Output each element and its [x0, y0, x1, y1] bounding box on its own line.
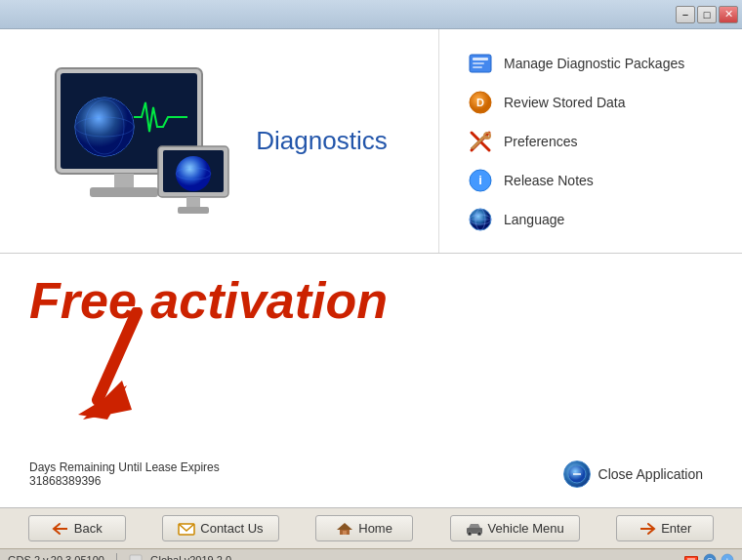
close-app-icon [563, 460, 591, 488]
lease-label: Days Remaining Until Lease Expires [29, 460, 220, 474]
svg-rect-17 [473, 66, 482, 68]
restore-button[interactable]: □ [697, 6, 717, 23]
svg-text:D: D [476, 97, 484, 108]
menu-item-preferences[interactable]: Preferences [459, 122, 722, 161]
menu-label-review-data: Review Stored Data [504, 95, 626, 110]
monitor-graphic [51, 63, 236, 220]
back-button[interactable]: Back [28, 515, 126, 541]
window: − □ ✕ [0, 0, 742, 560]
status-separator [116, 553, 117, 561]
close-application-button[interactable]: Close Application [563, 460, 703, 488]
svg-marker-36 [337, 523, 352, 530]
center-section: Free activation Days Remaining Until Lea… [0, 254, 742, 507]
svg-rect-43 [130, 555, 142, 561]
status-icons: Q i [683, 553, 734, 561]
lang-icon [467, 206, 494, 233]
menu-label-manage-packages: Manage Diagnostic Packages [504, 56, 684, 71]
contact-button-label: Contact Us [200, 521, 263, 536]
version-text: GDS 2 v.20.3.05100 [8, 554, 104, 561]
status-icon-1 [683, 553, 699, 561]
global-text: Global v2019.2.0 [150, 554, 231, 561]
svg-text:Q: Q [707, 556, 713, 561]
menu-item-release-notes[interactable]: i Release Notes [459, 161, 722, 200]
status-icon [129, 554, 143, 561]
title-bar-buttons: − □ ✕ [676, 6, 738, 23]
enter-icon [639, 522, 656, 536]
status-icon-3: i [721, 553, 734, 561]
enter-button-label: Enter [661, 521, 691, 536]
svg-rect-15 [473, 58, 488, 60]
status-bar: GDS 2 v.20.3.05100 Global v2019.2.0 Q i [0, 548, 742, 560]
arrow-graphic [78, 307, 195, 438]
status-icon-2: Q [703, 553, 717, 561]
svg-point-10 [176, 156, 211, 191]
svg-rect-13 [178, 207, 209, 214]
data-icon: D [467, 89, 494, 116]
menu-item-manage-packages[interactable]: Manage Diagnostic Packages [459, 44, 722, 83]
vehicle-button-label: Vehicle Menu [488, 521, 564, 536]
svg-rect-12 [186, 197, 200, 207]
main-content: Diagnostics Manage Diagnostic Packages [0, 29, 742, 507]
package-icon [467, 50, 494, 77]
lease-info: Days Remaining Until Lease Expires 31868… [29, 460, 220, 488]
contact-icon [178, 522, 195, 536]
monitor-svg [51, 63, 236, 220]
right-panel: Manage Diagnostic Packages [439, 29, 742, 253]
svg-rect-38 [343, 531, 347, 535]
diag-container: Diagnostics [51, 63, 387, 220]
lease-number: 31868389396 [29, 474, 220, 488]
svg-point-41 [477, 532, 481, 536]
svg-text:i: i [478, 173, 482, 187]
menu-label-language: Language [504, 212, 564, 227]
back-button-label: Back [74, 521, 103, 536]
home-button[interactable]: Home [315, 515, 413, 541]
menu-item-review-data[interactable]: D Review Stored Data [459, 83, 722, 122]
vehicle-icon [466, 522, 483, 536]
menu-label-preferences: Preferences [504, 134, 577, 149]
toolbar: Back Contact Us Home [0, 507, 742, 548]
back-icon [52, 522, 69, 536]
notes-icon: i [467, 167, 494, 194]
prefs-icon [467, 128, 494, 155]
title-bar: − □ ✕ [0, 0, 742, 29]
menu-label-release-notes: Release Notes [504, 173, 594, 188]
contact-button[interactable]: Contact Us [162, 515, 278, 541]
svg-rect-16 [473, 62, 484, 64]
svg-point-40 [468, 532, 472, 536]
vehicle-button[interactable]: Vehicle Menu [450, 515, 580, 541]
svg-point-3 [75, 98, 134, 156]
svg-rect-7 [90, 187, 158, 197]
home-icon [336, 522, 353, 536]
top-section: Diagnostics Manage Diagnostic Packages [0, 29, 742, 254]
svg-rect-6 [114, 174, 134, 187]
home-button-label: Home [358, 521, 392, 536]
diagnostics-title: Diagnostics [256, 126, 387, 156]
close-app-label: Close Application [598, 466, 703, 482]
enter-button[interactable]: Enter [616, 515, 714, 541]
close-button[interactable]: ✕ [719, 6, 738, 23]
minimize-button[interactable]: − [676, 6, 695, 23]
left-panel: Diagnostics [0, 29, 439, 253]
svg-text:i: i [726, 556, 728, 561]
menu-item-language[interactable]: Language [459, 200, 722, 239]
